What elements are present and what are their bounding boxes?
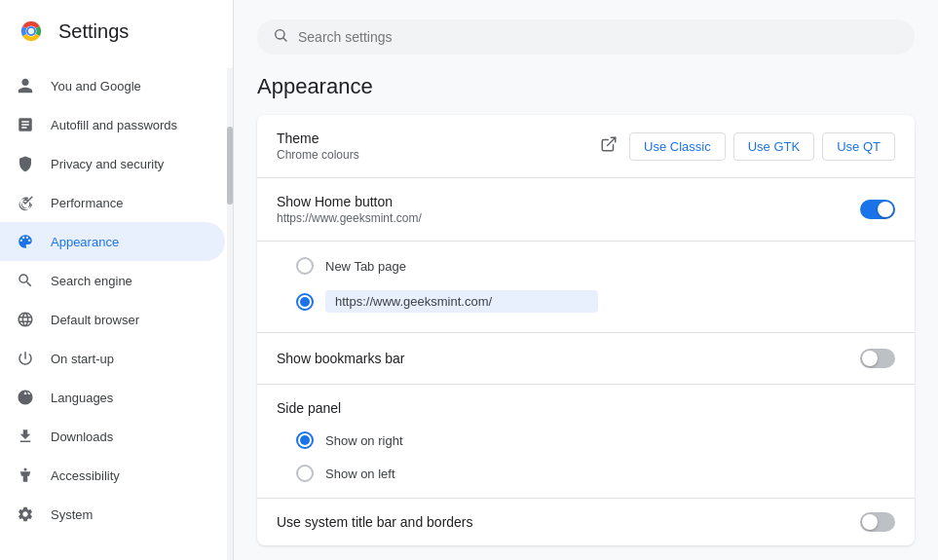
- search-bar-wrapper: [257, 19, 915, 55]
- chrome-logo: [16, 16, 47, 47]
- show-on-left-label: Show on left: [325, 467, 395, 481]
- home-info: Show Home button https://www.geeksmint.c…: [277, 194, 422, 225]
- sidebar: Settings You and GoogleAutofill and pass…: [0, 0, 234, 560]
- article-icon: [16, 115, 35, 134]
- theme-sub-label: Chrome colours: [277, 148, 359, 162]
- side-panel-label: Side panel: [277, 400, 895, 416]
- sidebar-item-appearance[interactable]: Appearance: [0, 222, 225, 261]
- system-toggle-thumb: [862, 514, 878, 530]
- sidebar-item-default-browser[interactable]: Default browser: [0, 300, 225, 339]
- sidebar-item-privacy-security[interactable]: Privacy and security: [0, 144, 225, 183]
- svg-line-7: [283, 38, 286, 41]
- main-content: Appearance Theme Chrome colours: [234, 0, 938, 560]
- show-on-left-radio[interactable]: [296, 465, 314, 482]
- toggle-thumb: [878, 202, 893, 217]
- sidebar-item-label-search-engine: Search engine: [51, 274, 132, 288]
- sidebar-item-performance[interactable]: Performance: [0, 183, 225, 222]
- sidebar-item-label-default-browser: Default browser: [51, 313, 139, 327]
- scrollbar-thumb[interactable]: [227, 127, 233, 205]
- sidebar-item-accessibility[interactable]: Accessibility: [0, 456, 225, 495]
- sidebar-item-on-startup[interactable]: On start-up: [0, 339, 225, 378]
- theme-label: Theme: [277, 131, 359, 146]
- home-button-toggle[interactable]: [860, 200, 895, 219]
- show-on-right-label: Show on right: [325, 433, 403, 448]
- home-button-url: https://www.geeksmint.com/: [277, 211, 422, 225]
- scrollbar-track[interactable]: [227, 68, 233, 560]
- sidebar-item-label-accessibility: Accessibility: [51, 468, 120, 483]
- accessibility-icon: [16, 466, 35, 485]
- sidebar-item-label-on-startup: On start-up: [51, 352, 114, 366]
- search-icon: [16, 271, 35, 290]
- sidebar-nav: You and GoogleAutofill and passwordsPriv…: [0, 62, 233, 560]
- bookmarks-bar-label: Show bookmarks bar: [277, 351, 405, 366]
- bookmarks-bar-row: Show bookmarks bar: [257, 333, 915, 385]
- sidebar-header: Settings: [0, 0, 233, 62]
- side-panel-radio-group: Show on right Show on left: [277, 420, 895, 498]
- svg-point-5: [24, 468, 27, 471]
- use-gtk-button[interactable]: Use GTK: [733, 132, 814, 161]
- sidebar-item-label-appearance: Appearance: [51, 235, 119, 249]
- custom-url-option[interactable]: [296, 282, 895, 320]
- new-tab-label: New Tab page: [325, 259, 406, 274]
- palette-icon: [16, 232, 35, 251]
- page-title: Appearance: [257, 74, 915, 99]
- new-tab-radio[interactable]: [296, 257, 314, 275]
- system-title-bar-label: Use system title bar and borders: [277, 514, 473, 530]
- home-button-label: Show Home button: [277, 194, 422, 209]
- system-title-bar-toggle[interactable]: [860, 512, 895, 532]
- sidebar-item-label-autofill: Autofill and passwords: [51, 118, 177, 132]
- svg-line-8: [608, 137, 616, 145]
- sidebar-item-languages[interactable]: Languages: [0, 378, 225, 417]
- use-classic-button[interactable]: Use Classic: [629, 132, 726, 161]
- system-title-bar-row: Use system title bar and borders: [257, 499, 915, 545]
- person-icon: [16, 76, 35, 95]
- appearance-settings-card: Theme Chrome colours Use Classic Use GTK…: [257, 115, 915, 545]
- sidebar-item-label-system: System: [51, 507, 93, 522]
- sidebar-item-label-performance: Performance: [51, 196, 123, 210]
- sidebar-item-label-you-and-google: You and Google: [51, 79, 141, 93]
- search-bar: [257, 19, 915, 55]
- side-panel-row: Side panel Show on right Show on left: [257, 385, 915, 499]
- show-home-button-row: Show Home button https://www.geeksmint.c…: [257, 178, 915, 242]
- settings-icon: [16, 504, 35, 524]
- sidebar-item-you-and-google[interactable]: You and Google: [0, 66, 225, 105]
- theme-info: Theme Chrome colours: [277, 131, 359, 162]
- language-icon: [16, 388, 35, 407]
- search-input[interactable]: [298, 29, 899, 45]
- theme-actions: Use Classic Use GTK Use QT: [596, 131, 895, 161]
- search-icon: [273, 27, 288, 47]
- sidebar-item-label-privacy-security: Privacy and security: [51, 157, 164, 171]
- show-on-right-radio[interactable]: [296, 431, 314, 449]
- sidebar-item-downloads[interactable]: Downloads: [0, 417, 225, 456]
- speed-icon: [16, 193, 35, 212]
- bookmarks-toggle-thumb: [862, 351, 878, 366]
- use-qt-button[interactable]: Use QT: [822, 132, 895, 161]
- download-icon: [16, 427, 35, 446]
- shield-icon: [16, 154, 35, 173]
- sidebar-item-label-downloads: Downloads: [51, 429, 113, 444]
- sidebar-item-autofill[interactable]: Autofill and passwords: [0, 105, 225, 144]
- new-tab-option[interactable]: New Tab page: [296, 249, 895, 282]
- web-icon: [16, 310, 35, 329]
- svg-point-4: [28, 28, 34, 34]
- bookmarks-bar-toggle[interactable]: [860, 349, 895, 368]
- app-title: Settings: [58, 20, 129, 43]
- sidebar-item-label-languages: Languages: [51, 391, 113, 405]
- external-link-icon[interactable]: [596, 131, 621, 161]
- sidebar-item-system[interactable]: System: [0, 495, 225, 534]
- show-on-left-option[interactable]: Show on left: [296, 457, 895, 490]
- show-on-right-option[interactable]: Show on right: [296, 424, 895, 457]
- power-icon: [16, 349, 35, 368]
- custom-url-input[interactable]: [325, 290, 598, 313]
- theme-row: Theme Chrome colours Use Classic Use GTK…: [257, 115, 915, 178]
- custom-url-radio[interactable]: [296, 293, 314, 311]
- sidebar-item-search-engine[interactable]: Search engine: [0, 261, 225, 300]
- home-button-radio-group: New Tab page: [257, 242, 915, 333]
